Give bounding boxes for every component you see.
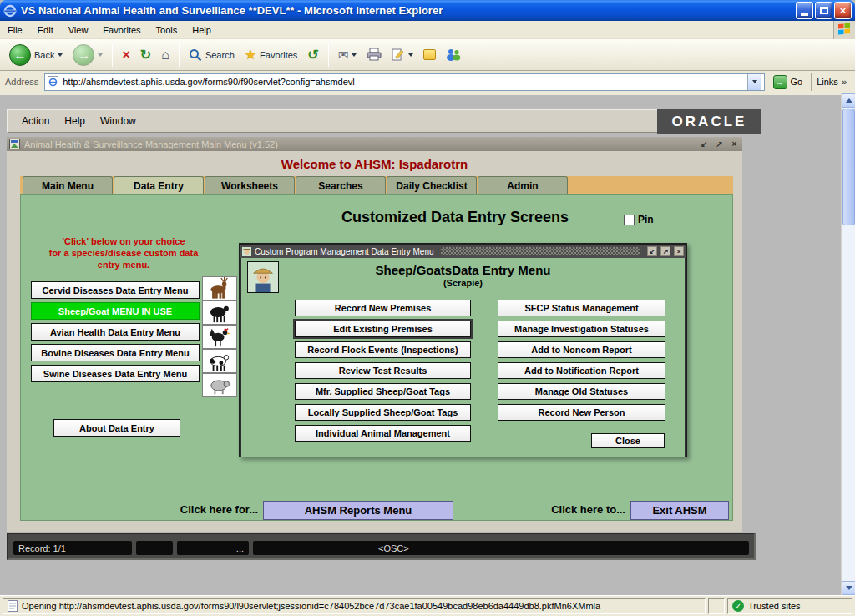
- page-icon: [48, 76, 58, 88]
- dialog-maximize-icon[interactable]: ↗: [660, 246, 670, 256]
- menu-favorites[interactable]: Favorites: [95, 23, 148, 38]
- add-to-notification-report-button[interactable]: Add to Notification Report: [498, 362, 665, 379]
- mail-button[interactable]: ✉: [334, 41, 362, 68]
- print-button[interactable]: [362, 41, 386, 68]
- cervid-menu-button[interactable]: Cervid Diseases Data Entry Menu: [31, 281, 200, 299]
- windows-logo-icon: [833, 21, 855, 39]
- links-button[interactable]: Links »: [811, 73, 852, 91]
- search-icon: [189, 48, 202, 62]
- forward-dropdown-icon[interactable]: [98, 53, 103, 57]
- minimize-button[interactable]: [796, 2, 813, 19]
- browser-statusbar: Opening http://ahsmdevtest.aphis.usda.go…: [0, 595, 855, 616]
- links-chevron-icon: »: [842, 77, 847, 87]
- exit-ahsm-button[interactable]: Exit AHSM: [630, 501, 729, 520]
- menu-edit[interactable]: Edit: [30, 23, 61, 38]
- messenger-button[interactable]: [442, 41, 465, 68]
- oracle-menu-action[interactable]: Action: [14, 111, 57, 131]
- record-flock-events-button[interactable]: Record Flock Events (Inspections): [295, 341, 471, 358]
- ie-logo-icon: [3, 4, 17, 18]
- home-button[interactable]: ⌂: [157, 41, 174, 68]
- scroll-up-button[interactable]: [842, 93, 855, 108]
- menu-file[interactable]: File: [0, 23, 30, 38]
- applet-titlebar: Animal Health & Surveillance Management …: [7, 137, 742, 151]
- animal-icon-column: [202, 276, 237, 397]
- dialog-close-button[interactable]: Close: [591, 433, 665, 448]
- edit-icon: [392, 48, 405, 61]
- menu-view[interactable]: View: [61, 23, 96, 38]
- add-to-noncom-report-button[interactable]: Add to Noncom Report: [498, 341, 665, 358]
- favorites-button[interactable]: ★ Favorites: [240, 41, 302, 68]
- tab-searches[interactable]: Searches: [296, 176, 386, 194]
- species-menu-column: Cervid Diseases Data Entry Menu Sheep/Go…: [31, 281, 200, 386]
- tab-admin[interactable]: Admin: [478, 176, 568, 194]
- maximize-button[interactable]: [815, 2, 832, 19]
- back-button[interactable]: ← Back: [5, 41, 67, 68]
- tab-data-entry[interactable]: Data Entry: [114, 176, 204, 194]
- url-text[interactable]: http://ahsmdevtest.aphis.usda.gov/forms9…: [63, 77, 742, 87]
- address-input[interactable]: http://ahsmdevtest.aphis.usda.gov/forms9…: [44, 73, 764, 91]
- scrollbar-thumb[interactable]: [842, 109, 855, 225]
- scroll-down-button[interactable]: [842, 581, 855, 595]
- instruction-line: entry menu.: [33, 259, 215, 270]
- exit-hint: Click here to...: [472, 503, 625, 516]
- forward-button[interactable]: →: [68, 41, 107, 68]
- address-dropdown-button[interactable]: [747, 74, 761, 90]
- dialog-titlebar[interactable]: Custom Program Management Data Entry Men…: [240, 245, 686, 258]
- stop-button[interactable]: ×: [118, 41, 134, 68]
- tab-worksheets[interactable]: Worksheets: [205, 176, 295, 194]
- refresh-button[interactable]: ↻: [136, 41, 155, 68]
- edit-button[interactable]: [387, 41, 417, 68]
- sfcp-status-management-button[interactable]: SFCP Status Management: [498, 300, 665, 316]
- record-new-person-button[interactable]: Record New Person: [498, 404, 665, 421]
- status-message-cell: Opening http://ahsmdevtest.aphis.usda.go…: [3, 598, 706, 614]
- address-label: Address: [3, 77, 40, 87]
- refresh-icon: ↻: [140, 47, 151, 63]
- tab-daily-checklist[interactable]: Daily Checklist: [387, 176, 477, 194]
- history-button[interactable]: ↺: [303, 41, 322, 68]
- dialog-restore-icon[interactable]: ↙: [647, 246, 657, 256]
- review-test-results-button[interactable]: Review Test Results: [295, 362, 471, 379]
- mfr-supplied-tags-button[interactable]: Mfr. Supplied Sheep/Goat Tags: [295, 383, 471, 400]
- dialog-close-icon[interactable]: ×: [674, 246, 684, 256]
- avian-menu-button[interactable]: Avian Health Data Entry Menu: [31, 323, 200, 341]
- bovine-menu-button[interactable]: Bovine Diseases Data Entry Menu: [31, 344, 200, 361]
- oracle-menu-window[interactable]: Window: [93, 111, 144, 131]
- applet-restore-icon[interactable]: ↙: [699, 139, 710, 149]
- dialog-title: Custom Program Management Data Entry Men…: [255, 247, 434, 256]
- dialog-subheading: (Scrapie): [241, 278, 685, 288]
- applet-close-icon[interactable]: ×: [729, 139, 740, 149]
- pin-checkbox[interactable]: [624, 215, 635, 225]
- go-button[interactable]: → Go: [769, 75, 807, 89]
- applet-maximize-icon[interactable]: ↗: [714, 139, 725, 149]
- back-dropdown-icon[interactable]: [58, 53, 63, 57]
- welcome-text: Welcome to AHSM: Ispadarotrn: [7, 157, 742, 171]
- oracle-menu-help[interactable]: Help: [57, 111, 93, 131]
- manage-old-statuses-button[interactable]: Manage Old Statuses: [498, 383, 665, 400]
- individual-animal-management-button[interactable]: Individual Animal Management: [295, 425, 471, 442]
- scroll-up-icon: [846, 98, 852, 103]
- about-data-entry-button[interactable]: About Data Entry: [53, 419, 180, 437]
- menu-help[interactable]: Help: [185, 23, 219, 38]
- edit-dropdown-icon[interactable]: [408, 53, 413, 57]
- mail-dropdown-icon[interactable]: [352, 53, 357, 57]
- ahsm-reports-menu-button[interactable]: AHSM Reports Menu: [263, 501, 453, 520]
- messenger-note-button[interactable]: [419, 41, 440, 68]
- deer-icon: [202, 276, 237, 300]
- address-dropdown-icon: [752, 80, 757, 83]
- swine-menu-button[interactable]: Swine Diseases Data Entry Menu: [31, 365, 200, 382]
- record-new-premises-button[interactable]: Record New Premises: [295, 300, 471, 316]
- edit-existing-premises-button[interactable]: Edit Existing Premises: [295, 321, 471, 337]
- sheep-goat-menu-button[interactable]: Sheep/Goat MENU IN USE: [31, 302, 200, 320]
- go-label: Go: [791, 77, 803, 87]
- oracle-statusbar: Record: 1/1 ... <OSC>: [7, 533, 756, 560]
- tab-main-menu[interactable]: Main Menu: [23, 176, 113, 194]
- browser-addressbar: Address http://ahsmdevtest.aphis.usda.go…: [0, 71, 855, 93]
- browser-menubar: File Edit View Favorites Tools Help: [0, 21, 855, 39]
- search-button[interactable]: Search: [185, 41, 239, 68]
- menu-tools[interactable]: Tools: [149, 23, 185, 38]
- vertical-scrollbar[interactable]: [841, 93, 855, 595]
- dialog-heading: Sheep/GoatsData Entry Menu: [241, 263, 685, 277]
- manage-investigation-statuses-button[interactable]: Manage Investigation Statuses: [498, 321, 665, 337]
- close-button[interactable]: ×: [834, 2, 852, 19]
- locally-supplied-tags-button[interactable]: Locally Supplied Sheep/Goat Tags: [295, 404, 471, 421]
